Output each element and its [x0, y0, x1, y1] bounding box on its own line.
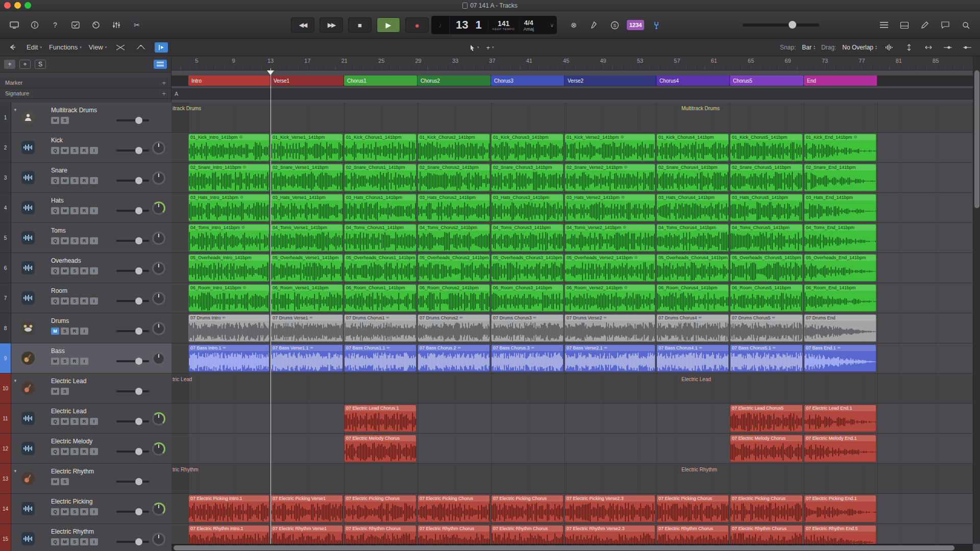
region[interactable]: 05_Overheads_Chorus1_141bpm [344, 254, 416, 282]
track-volume-thumb[interactable] [135, 388, 142, 395]
region[interactable]: 06_Room_Chorus4_141bpm [656, 284, 729, 312]
add-multiple-tracks-button[interactable]: + [19, 60, 31, 69]
track-lane[interactable]: 04_Toms_Intro_141bpm⊙04_Toms_Verse1_141b… [172, 223, 973, 253]
track-volume-thumb[interactable] [135, 297, 142, 305]
region[interactable]: 06_Room_End_141bpm [804, 284, 876, 312]
track-s-button[interactable]: S [61, 328, 69, 335]
horizontal-scrollbar-thumb[interactable] [174, 545, 954, 550]
track-volume-thumb[interactable] [135, 358, 142, 365]
low-latency-icon[interactable]: ⊗ [566, 18, 582, 32]
track-header[interactable]: 3SnareQMSRI [0, 163, 172, 193]
region[interactable]: 05_Overheads_End_141bpm [804, 254, 876, 282]
track-m-button[interactable]: M [51, 117, 59, 124]
track-volume-thumb[interactable] [135, 538, 142, 545]
track-lane[interactable]: 02_Snare_Intro_141bpm⊙02_Snare_Verse1_14… [172, 163, 973, 193]
track-volume-thumb[interactable] [135, 117, 142, 124]
track-m-button[interactable]: M [61, 267, 69, 274]
marker-section[interactable]: Verse2 [565, 76, 656, 86]
lcd-tempo-block[interactable]: 141 KEEP TEMPO [488, 19, 519, 31]
track-i-button[interactable]: I [90, 538, 98, 545]
disclosure-triangle-icon[interactable]: ▼ [13, 108, 17, 112]
region[interactable]: 07 Electric Picking Chorus [656, 495, 729, 522]
region[interactable]: 04_Toms_Chorus4_141bpm [656, 224, 729, 252]
region[interactable]: 07 Drums Chorus3∞ [491, 314, 564, 342]
track-volume-slider[interactable] [116, 240, 149, 242]
track-m-button[interactable]: M [61, 147, 69, 154]
marker-section[interactable]: Chorus2 [418, 76, 491, 86]
track-i-button[interactable]: I [90, 237, 98, 244]
track-lane[interactable]: 07 Electric Lead Chorus.107 Electric Lea… [172, 404, 973, 434]
track-i-button[interactable]: I [80, 328, 88, 335]
menu-edit[interactable]: Edit▾ [27, 43, 42, 51]
track-volume-slider[interactable] [116, 511, 149, 513]
region[interactable]: 07 Electric Picking End.1 [804, 495, 876, 522]
region[interactable]: 02_Snare_End_141bpm [804, 164, 876, 191]
region[interactable]: 07 Electric Rhythm Verse2.3 [565, 525, 655, 544]
vertical-zoom-icon[interactable] [902, 42, 916, 53]
track-i-button[interactable]: I [90, 448, 98, 455]
region[interactable]: 07 Bass Chorus.2∞ [418, 344, 490, 372]
track-volume-slider[interactable] [116, 210, 149, 212]
region[interactable]: 07 Electric Melody Chorus [344, 435, 416, 462]
lcd-display[interactable]: ♪ 13 1 141 KEEP TEMPO 4/4 Amaj ∨ [431, 16, 557, 34]
global-track-marker[interactable]: Marker + [0, 78, 171, 88]
track-m-button[interactable]: M [61, 418, 69, 425]
track-i-button[interactable]: I [90, 267, 98, 274]
region[interactable]: 07 Electric Lead End.1 [804, 405, 876, 432]
region[interactable]: 05_Overheads_Verse2_141bpm⊙ [565, 254, 655, 282]
menu-functions[interactable]: Functions▾ [49, 43, 82, 51]
track-volume-slider[interactable] [116, 119, 149, 121]
region[interactable]: 04_Toms_Chorus1_141bpm [344, 224, 416, 252]
region[interactable]: 07 Bass End.1∞ [804, 344, 876, 372]
region[interactable]: 05_Overheads_Chorus5_141bpm [730, 254, 803, 282]
region[interactable]: 07 Drums Chorus4∞ [656, 314, 729, 342]
track-q-button[interactable]: Q [51, 147, 59, 154]
disclosure-triangle-icon[interactable]: ▼ [13, 469, 17, 473]
chat-icon[interactable] [937, 18, 953, 32]
region[interactable]: 04_Toms_End_141bpm [804, 224, 876, 252]
region[interactable]: 04_Toms_Verse1_141bpm [271, 224, 343, 252]
track-volume-slider[interactable] [116, 360, 149, 362]
horizontal-scrollbar[interactable] [172, 544, 973, 551]
region[interactable]: 07 Electric Rhythm Chorus [344, 525, 416, 544]
track-header-config-button[interactable] [154, 60, 167, 69]
region[interactable]: 03_Hats_Chorus1_141bpm [344, 194, 416, 221]
pan-knob[interactable] [152, 262, 165, 275]
region[interactable]: 03_Hats_Chorus5_141bpm [730, 194, 803, 221]
marker-section[interactable]: End [804, 76, 877, 86]
track-i-button[interactable]: I [80, 358, 88, 365]
region[interactable]: 03_Hats_Verse2_141bpm⊙ [565, 194, 655, 221]
pan-knob[interactable] [152, 442, 165, 456]
track-volume-thumb[interactable] [135, 237, 142, 244]
region[interactable]: 04_Toms_Verse2_141bpm⊙ [565, 224, 655, 252]
track-r-button[interactable]: R [80, 418, 88, 425]
track-lane[interactable]: 05_Overheads_Intro_141bpm05_Overheads_Ve… [172, 253, 973, 283]
region[interactable]: 02_Snare_Chorus5_141bpm [730, 164, 803, 191]
region[interactable]: 02_Snare_Chorus2_141bpm [418, 164, 490, 191]
editors-window-icon[interactable] [896, 18, 913, 32]
track-header[interactable]: 1▼Multitrack DrumsMS [0, 103, 172, 133]
track-s-button[interactable]: S [70, 177, 79, 184]
region[interactable]: 07 Drums Chorus2∞ [418, 314, 490, 342]
track-volume-thumb[interactable] [135, 177, 142, 184]
track-lane[interactable]: 07 Electric Picking Intro.107 Electric P… [172, 494, 973, 524]
track-q-button[interactable]: Q [51, 297, 59, 305]
back-arrow-icon[interactable] [6, 42, 19, 53]
track-volume-thumb[interactable] [135, 478, 142, 485]
automation-icon[interactable] [134, 42, 148, 53]
track-r-button[interactable]: R [70, 358, 79, 365]
region[interactable]: 07 Drums End [804, 314, 876, 342]
region[interactable]: 07 Bass Chorus5.1∞ [730, 344, 803, 372]
region[interactable]: 01_Kick_Chorus2_141bpm [418, 134, 490, 161]
track-r-button[interactable]: R [80, 448, 88, 455]
region[interactable]: 03_Hats_Intro_141bpm⊙ [188, 194, 270, 221]
track-m-button[interactable]: M [51, 358, 59, 365]
track-q-button[interactable]: Q [51, 267, 59, 274]
region[interactable]: 05_Overheads_Verse1_141bpm [271, 254, 343, 282]
track-volume-slider[interactable] [116, 541, 149, 543]
vertical-scrollbar-thumb[interactable] [974, 70, 979, 208]
lcd-signature-block[interactable]: 4/4 Amaj [519, 19, 538, 32]
region[interactable]: 07 Electric Rhythm Intro.1 [188, 525, 270, 544]
pan-knob[interactable] [152, 232, 165, 245]
region[interactable]: 07 Bass Chorus1.1∞ [344, 344, 416, 372]
